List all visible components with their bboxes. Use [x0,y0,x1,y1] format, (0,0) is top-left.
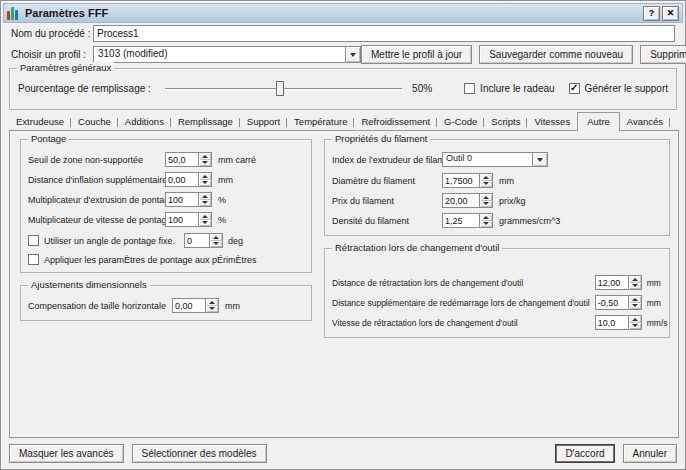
infill-percentage-value: 50% [412,83,432,94]
toolchange-retraction-distance-label: Distance de rétractation lors de changem… [332,278,590,288]
filament-density-label: Densité du filament [332,216,436,226]
generate-support-checkbox[interactable]: Générer le support [569,83,668,94]
app-icon [7,7,21,20]
tab-remplissage[interactable]: Remplissage [171,114,240,130]
unit-label: mm carré [218,155,256,165]
slider-handle[interactable] [276,81,284,96]
unit-label: mm [225,301,240,311]
spin-down-icon[interactable] [629,283,641,290]
fixed-bridging-angle-spinner[interactable] [184,233,223,248]
profile-select[interactable]: 3103 (modified) [93,46,361,63]
delete-profile-button[interactable]: Supprimer [640,45,686,64]
spin-down-icon[interactable] [480,221,492,228]
spin-down-icon[interactable] [210,241,222,248]
filament-density-spinner[interactable] [442,213,493,228]
spin-down-icon[interactable] [199,160,211,167]
profile-label: Choisir un profil : [11,49,93,60]
unsupported-area-threshold-input[interactable] [166,153,198,166]
spin-down-icon[interactable] [629,303,641,310]
raft-checkbox-box[interactable] [464,83,475,94]
bridging-extrusion-multiplier-label: Multiplicateur d'extrusion de pontage [28,195,159,205]
spin-down-icon[interactable] [480,201,492,208]
apply-bridging-to-perimeters-checkbox[interactable]: Appliquer les paramÈtres de pontage aux … [28,254,304,265]
spin-down-icon[interactable] [199,220,211,227]
toolchange-extra-restart-distance-spinner[interactable] [595,295,642,310]
toolchange-retraction-speed-spinner[interactable] [595,315,642,330]
spin-down-icon[interactable] [199,200,211,207]
unsupported-area-threshold-spinner[interactable] [165,152,212,167]
pontage-group: Pontage Seuil de zone non-supportée mm c… [20,139,312,273]
toolchange-retraction-distance-spinner[interactable] [595,275,642,290]
fixed-bridging-angle-input[interactable] [185,234,209,247]
tab-refroidissement[interactable]: Refroidissement [354,114,437,130]
toolchange-extra-restart-distance-input[interactable] [596,296,628,309]
spin-down-icon[interactable] [629,323,641,330]
tab-additions[interactable]: Additions [118,114,171,130]
tab-extrudeuse[interactable]: Extrudeuse [9,114,71,130]
tab-g-code[interactable]: G-Code [437,114,484,130]
chevron-down-icon[interactable] [345,47,360,62]
bridging-extrusion-multiplier-spinner[interactable] [165,192,212,207]
include-raft-checkbox[interactable]: Inclure le radeau [464,83,555,94]
filament-density-input[interactable] [443,214,479,227]
raft-checkbox-label: Inclure le radeau [480,83,555,94]
tab-couche[interactable]: Couche [71,114,118,130]
spin-down-icon[interactable] [199,180,211,187]
filament-price-spinner[interactable] [442,193,493,208]
ok-button[interactable]: D'accord [555,444,614,463]
toolchange-retraction-distance-input[interactable] [596,276,628,289]
toolchange-retraction-speed-input[interactable] [596,316,628,329]
bridging-speed-multiplier-input[interactable] [166,213,198,226]
apply-bridging-to-perimeters-checkbox-box[interactable] [28,254,39,265]
extra-inflation-distance-spinner[interactable] [165,172,212,187]
close-icon: ✕ [667,8,675,18]
unit-label: mm [218,175,256,185]
chevron-down-icon[interactable] [532,153,547,166]
tab-support[interactable]: Support [240,114,287,130]
infill-slider[interactable] [165,81,402,96]
horizontal-size-compensation-input[interactable] [173,299,205,312]
dimensional-group-title: Ajustements dimensionnels [28,279,150,290]
tab-temperature[interactable]: Température [287,114,354,130]
extra-inflation-distance-input[interactable] [166,173,198,186]
help-button[interactable]: ? [643,6,660,21]
general-group-title: Paramètres généraux [17,62,114,73]
toolchange-retraction-group: Rétractation lors de changement d'outil … [324,248,670,338]
save-as-new-button[interactable]: Sauvegarder comme nouveau [479,45,633,64]
fixed-bridging-angle-checkbox-box[interactable] [28,235,39,246]
unit-label: prix/kg [499,196,560,206]
unit-label: mm [647,278,668,288]
filament-price-input[interactable] [443,194,479,207]
extra-inflation-distance-label: Distance d'inflation supplémentaire [28,175,159,185]
titlebar[interactable]: Paramètres FFF ? ✕ [3,3,683,23]
select-models-button[interactable]: Sélectionner des modèles [132,444,267,463]
bridging-speed-multiplier-spinner[interactable] [165,212,212,227]
update-profile-button[interactable]: Mettre le profil à jour [361,45,472,64]
unit-label: grammes/cm^3 [499,216,560,226]
fixed-bridging-angle-checkbox[interactable]: Utiliser un angle de pontage fixe. deg [28,233,304,248]
process-name-input[interactable] [93,25,675,42]
filament-price-label: Prix du filament [332,196,436,206]
spin-down-icon[interactable] [480,181,492,188]
profile-value: 3103 (modified) [94,47,345,62]
hide-advanced-button[interactable]: Masquer les avancés [9,444,124,463]
cancel-button[interactable]: Annuler [623,444,677,463]
unit-label: mm [647,298,668,308]
tab-avances[interactable]: Avancés [620,114,670,130]
filament-diameter-spinner[interactable] [442,173,493,188]
support-checkbox-box[interactable] [569,83,580,94]
filament-diameter-input[interactable] [443,174,479,187]
bridging-speed-multiplier-label: Multiplicateur de vitesse de pontage [28,215,159,225]
spin-down-icon[interactable] [206,306,218,313]
unit-label: mm [499,176,560,186]
close-button[interactable]: ✕ [662,6,679,21]
tab-scripts[interactable]: Scripts [484,114,527,130]
tab-autre[interactable]: Autre [577,112,620,131]
tab-panel-autre: Pontage Seuil de zone non-supportée mm c… [9,130,679,438]
bridging-extrusion-multiplier-input[interactable] [166,193,198,206]
unit-label: % [218,215,256,225]
tab-vitesses[interactable]: Vitesses [527,114,577,130]
filament-extruder-index-value: Outil 0 [443,153,532,166]
filament-extruder-index-select[interactable]: Outil 0 [442,152,548,167]
horizontal-size-compensation-spinner[interactable] [172,298,219,313]
